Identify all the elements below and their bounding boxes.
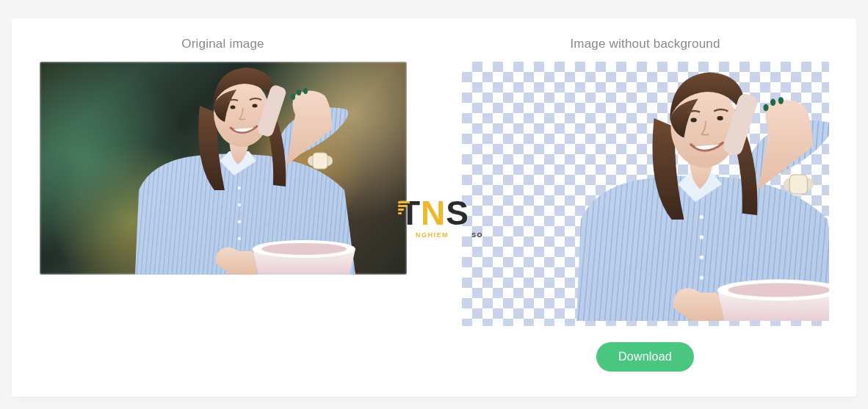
transparency-checker — [462, 62, 829, 326]
result-image — [462, 62, 829, 326]
original-title: Original image — [181, 37, 264, 51]
result-frame — [462, 62, 829, 326]
result-column: Image without background — [456, 37, 834, 372]
original-column: Original image — [34, 37, 412, 372]
result-title: Image without background — [570, 37, 720, 51]
original-frame — [40, 62, 407, 275]
original-background — [40, 62, 407, 275]
original-image — [40, 62, 407, 275]
result-card: Original image — [12, 18, 856, 397]
comparison-columns: Original image — [34, 37, 834, 372]
download-button[interactable]: Download — [596, 342, 694, 372]
